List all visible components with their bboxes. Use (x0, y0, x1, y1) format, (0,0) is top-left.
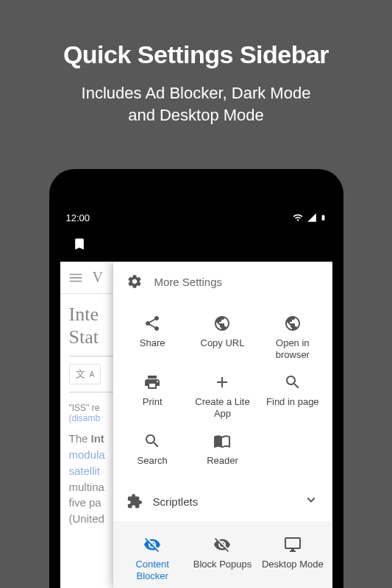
scriptlets-label: Scriptlets (153, 495, 293, 508)
more-settings-label: More Settings (154, 276, 223, 288)
content-blocker-button[interactable]: Content Blocker (118, 531, 188, 586)
bookmark-icon[interactable] (72, 237, 87, 251)
content-area: V InteStat 文A "ISS" re (disamb The Int (60, 262, 332, 588)
open-in-browser-button[interactable]: Open in browser (257, 310, 327, 365)
phone-screen: 12:00 V InteStat 文A (60, 209, 332, 588)
copy-url-button[interactable]: Copy URL (188, 310, 257, 365)
block-popups-label: Block Popups (193, 559, 252, 570)
status-bar: 12:00 (60, 209, 332, 226)
desktop-mode-label: Desktop Mode (262, 559, 324, 570)
book-icon (213, 432, 231, 450)
desktop-icon (284, 536, 302, 553)
promo-title: Quick Settings Sidebar (0, 0, 392, 69)
share-icon (143, 315, 161, 332)
status-time: 12:00 (66, 212, 90, 223)
signal-icon (307, 212, 317, 223)
settings-sidebar: More Settings Share Copy URL Open in bro… (113, 262, 332, 588)
more-settings-row[interactable]: More Settings (113, 262, 332, 300)
menu-icon[interactable] (68, 270, 84, 286)
reader-label: Reader (207, 455, 238, 467)
eye-off-icon (213, 536, 231, 553)
wiki-logo-text: V (93, 269, 103, 286)
settings-grid-1: Share Copy URL Open in browser Print (113, 300, 332, 481)
gear-icon (126, 273, 143, 290)
block-popups-button[interactable]: Block Popups (188, 531, 257, 586)
translate-button[interactable]: 文A (69, 364, 101, 384)
chevron-down-icon (303, 492, 319, 511)
print-icon (143, 373, 161, 391)
find-in-page-button[interactable]: Find in page (257, 369, 327, 423)
create-lite-app-button[interactable]: Create a Lite App (188, 369, 257, 423)
puzzle-icon (126, 493, 143, 509)
copy-url-label: Copy URL (201, 337, 245, 349)
globe-icon (284, 315, 302, 332)
desktop-mode-button[interactable]: Desktop Mode (257, 531, 327, 586)
globe-icon (213, 315, 231, 332)
plus-icon (213, 373, 231, 391)
wifi-icon (292, 212, 304, 223)
open-in-browser-label: Open in browser (259, 337, 326, 360)
eye-off-icon (143, 536, 161, 553)
print-label: Print (143, 396, 163, 408)
app-bar (60, 226, 332, 262)
share-button[interactable]: Share (118, 310, 188, 365)
search-label: Search (138, 455, 168, 467)
phone-frame: 12:00 V InteStat 文A (49, 169, 343, 588)
reader-button[interactable]: Reader (188, 428, 257, 471)
content-blocker-label: Content Blocker (119, 559, 186, 581)
search-icon (143, 432, 161, 450)
print-button[interactable]: Print (118, 369, 188, 423)
search-button[interactable]: Search (118, 428, 188, 471)
battery-icon (320, 212, 327, 223)
settings-grid-2: Content Blocker Block Popups Desktop Mod… (113, 521, 332, 588)
create-lite-app-label: Create a Lite App (189, 396, 256, 419)
find-in-page-label: Find in page (266, 396, 319, 408)
search-icon (284, 373, 302, 391)
status-icons (292, 212, 327, 223)
share-label: Share (140, 337, 165, 349)
scriptlets-row[interactable]: Scriptlets (113, 481, 332, 521)
promo-subtitle: Includes Ad Blocker, Dark Modeand Deskto… (0, 69, 392, 126)
